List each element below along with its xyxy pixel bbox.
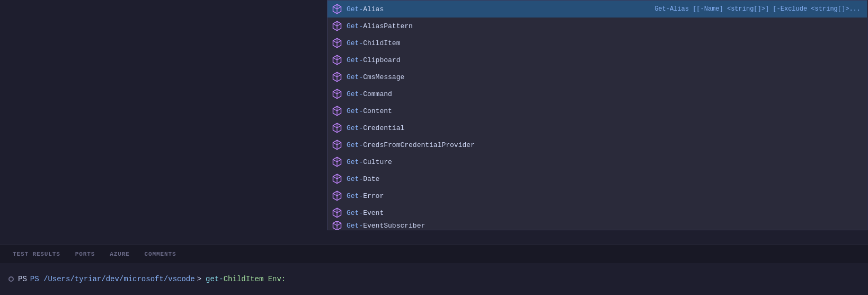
cube-icon <box>332 173 342 184</box>
terminal-area: Get-AliasGet-Alias [[-Name] <string[]>] … <box>0 0 868 295</box>
autocomplete-item-get-command[interactable]: Get-Command <box>327 85 867 102</box>
item-name-get-command: Get-Command <box>347 90 861 98</box>
autocomplete-item-get-content[interactable]: Get-Content <box>327 102 867 119</box>
prompt-cmd-suffix: ChildItem Env: <box>224 275 286 283</box>
autocomplete-item-get-credsfromcredentialprovider[interactable]: Get-CredsFromCredentialProvider <box>327 136 867 153</box>
cube-icon <box>332 140 342 150</box>
cube-icon <box>332 123 342 133</box>
cube-icon <box>332 4 342 14</box>
tab-bar: TEST RESULTSPORTSAZURECOMMENTS <box>0 245 868 263</box>
item-name-get-credential: Get-Credential <box>347 124 861 132</box>
prompt-cmd-prefix: get- <box>206 275 224 283</box>
item-name-get-childitem: Get-ChildItem <box>347 39 861 47</box>
item-name-get-aliaspattern: Get-AliasPattern <box>347 22 861 30</box>
autocomplete-dropdown: Get-AliasGet-Alias [[-Name] <string[]>] … <box>327 0 867 230</box>
prompt-separator: > <box>197 275 201 283</box>
item-name-get-event: Get-Event <box>347 209 861 217</box>
item-name-get-eventsubscriber: Get-EventSubscriber <box>347 222 861 230</box>
item-name-get-clipboard: Get-Clipboard <box>347 56 861 64</box>
item-name-get-error: Get-Error <box>347 192 861 200</box>
cube-icon <box>332 157 342 167</box>
prompt-line: PS PS /Users/tyriar/dev/microsoft/vscode… <box>0 263 868 295</box>
item-name-get-cmsmessage: Get-CmsMessage <box>347 73 861 81</box>
autocomplete-item-get-clipboard[interactable]: Get-Clipboard <box>327 51 867 68</box>
autocomplete-item-get-event[interactable]: Get-Event <box>327 204 867 221</box>
cube-icon <box>332 72 342 82</box>
autocomplete-item-get-cmsmessage[interactable]: Get-CmsMessage <box>327 68 867 85</box>
autocomplete-item-get-date[interactable]: Get-Date <box>327 170 867 187</box>
cube-icon <box>332 55 342 65</box>
cube-icon <box>332 21 342 31</box>
autocomplete-item-get-alias[interactable]: Get-AliasGet-Alias [[-Name] <string[]>] … <box>327 1 867 18</box>
prompt-status-icon <box>8 276 14 282</box>
prompt-path: PS /Users/tyriar/dev/microsoft/vscode <box>30 275 195 283</box>
item-name-get-alias: Get-Alias <box>347 5 644 13</box>
autocomplete-item-get-error[interactable]: Get-Error <box>327 187 867 204</box>
cube-icon <box>332 190 342 201</box>
tab-comments[interactable]: COMMENTS <box>137 245 184 263</box>
autocomplete-item-get-culture[interactable]: Get-Culture <box>327 153 867 170</box>
autocomplete-item-get-aliaspattern[interactable]: Get-AliasPattern <box>327 18 867 34</box>
cube-icon <box>332 38 342 48</box>
item-name-get-date: Get-Date <box>347 175 861 183</box>
item-name-get-content: Get-Content <box>347 107 861 115</box>
autocomplete-item-get-childitem[interactable]: Get-ChildItem <box>327 34 867 51</box>
tab-ports[interactable]: PORTS <box>68 245 102 263</box>
cube-icon <box>332 89 342 99</box>
item-name-get-credsfromcredentialprovider: Get-CredsFromCredentialProvider <box>347 141 861 149</box>
tab-test-results[interactable]: TEST RESULTS <box>5 245 68 263</box>
cube-icon <box>332 106 342 116</box>
item-detail-get-alias: Get-Alias [[-Name] <string[]>] [-Exclude… <box>654 5 861 13</box>
cube-icon <box>332 207 342 218</box>
prompt-ps-label: PS <box>18 275 27 283</box>
autocomplete-item-get-eventsubscriber[interactable]: Get-EventSubscriber <box>327 221 867 230</box>
autocomplete-item-get-credential[interactable]: Get-Credential <box>327 119 867 136</box>
item-name-get-culture: Get-Culture <box>347 158 861 166</box>
tab-azure[interactable]: AZURE <box>102 245 137 263</box>
cube-icon <box>332 221 342 230</box>
